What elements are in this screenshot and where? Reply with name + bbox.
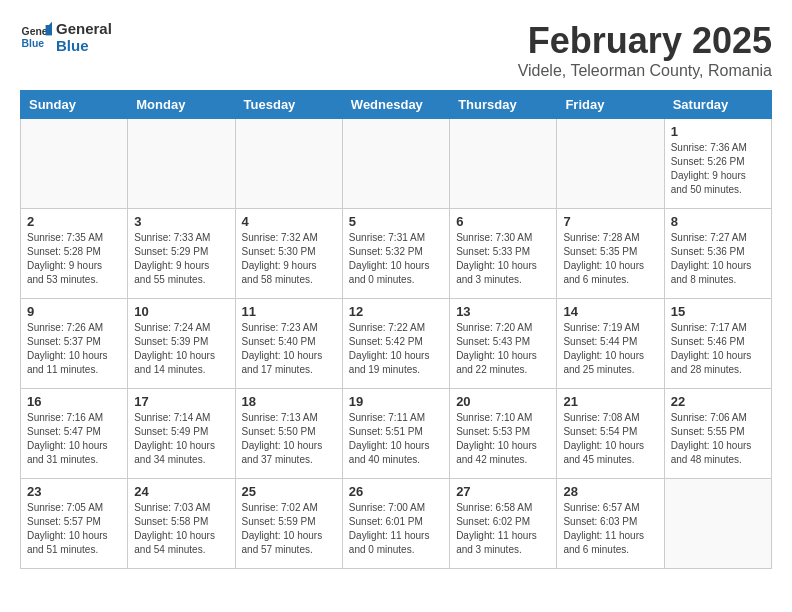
calendar-cell: 13Sunrise: 7:20 AM Sunset: 5:43 PM Dayli… [450,299,557,389]
calendar-cell: 11Sunrise: 7:23 AM Sunset: 5:40 PM Dayli… [235,299,342,389]
calendar-cell: 9Sunrise: 7:26 AM Sunset: 5:37 PM Daylig… [21,299,128,389]
calendar-cell [128,119,235,209]
svg-marker-3 [49,22,52,25]
day-number: 9 [27,304,121,319]
day-info: Sunrise: 7:24 AM Sunset: 5:39 PM Dayligh… [134,321,228,377]
day-number: 27 [456,484,550,499]
day-number: 3 [134,214,228,229]
calendar-cell: 4Sunrise: 7:32 AM Sunset: 5:30 PM Daylig… [235,209,342,299]
day-info: Sunrise: 7:20 AM Sunset: 5:43 PM Dayligh… [456,321,550,377]
calendar-cell: 20Sunrise: 7:10 AM Sunset: 5:53 PM Dayli… [450,389,557,479]
day-info: Sunrise: 7:26 AM Sunset: 5:37 PM Dayligh… [27,321,121,377]
calendar-cell: 5Sunrise: 7:31 AM Sunset: 5:32 PM Daylig… [342,209,449,299]
day-number: 5 [349,214,443,229]
day-info: Sunrise: 7:35 AM Sunset: 5:28 PM Dayligh… [27,231,121,287]
day-info: Sunrise: 7:02 AM Sunset: 5:59 PM Dayligh… [242,501,336,557]
day-number: 14 [563,304,657,319]
calendar-cell: 16Sunrise: 7:16 AM Sunset: 5:47 PM Dayli… [21,389,128,479]
logo-icon: General Blue [20,21,52,53]
day-number: 22 [671,394,765,409]
day-info: Sunrise: 7:06 AM Sunset: 5:55 PM Dayligh… [671,411,765,467]
calendar-cell: 2Sunrise: 7:35 AM Sunset: 5:28 PM Daylig… [21,209,128,299]
calendar-cell: 1Sunrise: 7:36 AM Sunset: 5:26 PM Daylig… [664,119,771,209]
day-number: 23 [27,484,121,499]
week-row-1: 2Sunrise: 7:35 AM Sunset: 5:28 PM Daylig… [21,209,772,299]
calendar-cell [21,119,128,209]
day-number: 4 [242,214,336,229]
day-info: Sunrise: 7:05 AM Sunset: 5:57 PM Dayligh… [27,501,121,557]
calendar-cell: 8Sunrise: 7:27 AM Sunset: 5:36 PM Daylig… [664,209,771,299]
day-number: 24 [134,484,228,499]
logo: General Blue General Blue [20,20,112,54]
day-info: Sunrise: 6:57 AM Sunset: 6:03 PM Dayligh… [563,501,657,557]
svg-text:Blue: Blue [22,38,45,49]
day-number: 11 [242,304,336,319]
calendar-cell: 10Sunrise: 7:24 AM Sunset: 5:39 PM Dayli… [128,299,235,389]
month-title: February 2025 [518,20,772,62]
day-info: Sunrise: 7:11 AM Sunset: 5:51 PM Dayligh… [349,411,443,467]
calendar-cell: 19Sunrise: 7:11 AM Sunset: 5:51 PM Dayli… [342,389,449,479]
calendar-cell: 12Sunrise: 7:22 AM Sunset: 5:42 PM Dayli… [342,299,449,389]
day-info: Sunrise: 7:08 AM Sunset: 5:54 PM Dayligh… [563,411,657,467]
day-info: Sunrise: 7:17 AM Sunset: 5:46 PM Dayligh… [671,321,765,377]
day-number: 21 [563,394,657,409]
calendar-cell: 22Sunrise: 7:06 AM Sunset: 5:55 PM Dayli… [664,389,771,479]
weekday-header-monday: Monday [128,91,235,119]
day-info: Sunrise: 7:32 AM Sunset: 5:30 PM Dayligh… [242,231,336,287]
calendar-cell [557,119,664,209]
day-number: 1 [671,124,765,139]
day-info: Sunrise: 7:22 AM Sunset: 5:42 PM Dayligh… [349,321,443,377]
day-number: 26 [349,484,443,499]
day-info: Sunrise: 7:33 AM Sunset: 5:29 PM Dayligh… [134,231,228,287]
day-info: Sunrise: 7:36 AM Sunset: 5:26 PM Dayligh… [671,141,765,197]
weekday-header-sunday: Sunday [21,91,128,119]
calendar-cell: 17Sunrise: 7:14 AM Sunset: 5:49 PM Dayli… [128,389,235,479]
calendar-cell [342,119,449,209]
logo-general: General [56,20,112,37]
calendar-cell: 28Sunrise: 6:57 AM Sunset: 6:03 PM Dayli… [557,479,664,569]
weekday-header-wednesday: Wednesday [342,91,449,119]
weekday-header-row: SundayMondayTuesdayWednesdayThursdayFrid… [21,91,772,119]
day-number: 10 [134,304,228,319]
calendar-cell: 21Sunrise: 7:08 AM Sunset: 5:54 PM Dayli… [557,389,664,479]
calendar-cell: 6Sunrise: 7:30 AM Sunset: 5:33 PM Daylig… [450,209,557,299]
day-info: Sunrise: 7:19 AM Sunset: 5:44 PM Dayligh… [563,321,657,377]
week-row-3: 16Sunrise: 7:16 AM Sunset: 5:47 PM Dayli… [21,389,772,479]
day-number: 16 [27,394,121,409]
calendar-cell: 14Sunrise: 7:19 AM Sunset: 5:44 PM Dayli… [557,299,664,389]
day-number: 15 [671,304,765,319]
week-row-2: 9Sunrise: 7:26 AM Sunset: 5:37 PM Daylig… [21,299,772,389]
day-number: 17 [134,394,228,409]
location-title: Videle, Teleorman County, Romania [518,62,772,80]
day-number: 2 [27,214,121,229]
calendar-cell [450,119,557,209]
svg-marker-2 [46,25,52,35]
day-info: Sunrise: 7:14 AM Sunset: 5:49 PM Dayligh… [134,411,228,467]
weekday-header-thursday: Thursday [450,91,557,119]
calendar-cell: 26Sunrise: 7:00 AM Sunset: 6:01 PM Dayli… [342,479,449,569]
day-info: Sunrise: 7:30 AM Sunset: 5:33 PM Dayligh… [456,231,550,287]
header: General Blue General Blue February 2025 … [20,20,772,80]
day-number: 19 [349,394,443,409]
day-number: 7 [563,214,657,229]
week-row-0: 1Sunrise: 7:36 AM Sunset: 5:26 PM Daylig… [21,119,772,209]
calendar-table: SundayMondayTuesdayWednesdayThursdayFrid… [20,90,772,569]
day-info: Sunrise: 7:23 AM Sunset: 5:40 PM Dayligh… [242,321,336,377]
calendar-cell: 7Sunrise: 7:28 AM Sunset: 5:35 PM Daylig… [557,209,664,299]
title-area: February 2025 Videle, Teleorman County, … [518,20,772,80]
calendar-cell [235,119,342,209]
day-number: 20 [456,394,550,409]
week-row-4: 23Sunrise: 7:05 AM Sunset: 5:57 PM Dayli… [21,479,772,569]
calendar-cell: 18Sunrise: 7:13 AM Sunset: 5:50 PM Dayli… [235,389,342,479]
day-number: 25 [242,484,336,499]
weekday-header-tuesday: Tuesday [235,91,342,119]
calendar-cell: 23Sunrise: 7:05 AM Sunset: 5:57 PM Dayli… [21,479,128,569]
calendar-cell: 15Sunrise: 7:17 AM Sunset: 5:46 PM Dayli… [664,299,771,389]
calendar-cell: 25Sunrise: 7:02 AM Sunset: 5:59 PM Dayli… [235,479,342,569]
calendar-cell: 27Sunrise: 6:58 AM Sunset: 6:02 PM Dayli… [450,479,557,569]
day-number: 13 [456,304,550,319]
day-info: Sunrise: 7:16 AM Sunset: 5:47 PM Dayligh… [27,411,121,467]
calendar-cell: 24Sunrise: 7:03 AM Sunset: 5:58 PM Dayli… [128,479,235,569]
logo-blue: Blue [56,37,112,54]
day-info: Sunrise: 7:03 AM Sunset: 5:58 PM Dayligh… [134,501,228,557]
